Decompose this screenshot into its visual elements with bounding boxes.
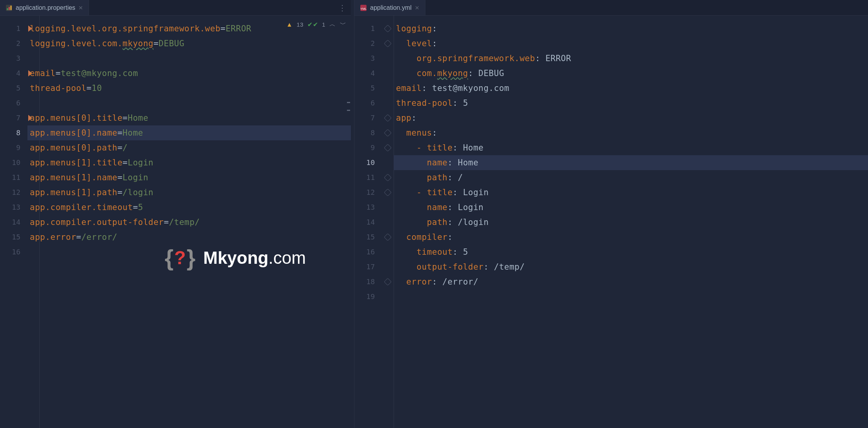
- code-line[interactable]: app.menus[0].name=Home: [27, 125, 351, 140]
- code-line[interactable]: error: /error/: [394, 274, 868, 289]
- line-number[interactable]: 12: [354, 185, 382, 200]
- line-number[interactable]: 14: [0, 215, 27, 230]
- right-code-area[interactable]: logging: level: org.springframework.web:…: [394, 16, 868, 428]
- code-line[interactable]: email: test@mkyong.com: [394, 81, 868, 96]
- code-line[interactable]: timeout: 5: [394, 245, 868, 259]
- fold-icon[interactable]: [384, 189, 392, 196]
- line-number[interactable]: 10: [354, 155, 382, 170]
- line-number[interactable]: 11: [0, 170, 27, 185]
- code-line[interactable]: thread-pool=10: [27, 81, 351, 96]
- line-number[interactable]: 8: [0, 125, 27, 140]
- tab-application-yml[interactable]: YML application.yml ✕: [354, 0, 425, 15]
- code-line[interactable]: path: /: [394, 170, 868, 185]
- code-line[interactable]: path: /login: [394, 215, 868, 230]
- fold-icon[interactable]: [384, 129, 392, 137]
- line-number[interactable]: 9: [354, 140, 382, 155]
- code-line[interactable]: app.compiler.timeout=5: [27, 200, 351, 215]
- fold-icon[interactable]: [384, 144, 392, 152]
- line-number[interactable]: 1: [0, 21, 27, 36]
- line-number[interactable]: 6: [0, 96, 27, 111]
- line-number[interactable]: 2: [0, 36, 27, 51]
- code-line[interactable]: org.springframework.web: ERROR: [394, 51, 868, 66]
- line-number[interactable]: 10: [0, 155, 27, 170]
- line-number[interactable]: 2: [354, 36, 382, 51]
- line-number[interactable]: 5: [354, 81, 382, 96]
- line-number[interactable]: 19: [354, 289, 382, 304]
- code-token: :: [447, 218, 458, 227]
- line-number[interactable]: 4: [0, 66, 27, 81]
- ok-icon[interactable]: ✔✔: [307, 21, 318, 28]
- code-line[interactable]: [394, 289, 868, 304]
- code-line[interactable]: menus:: [394, 125, 868, 140]
- marker-tick[interactable]: [347, 110, 350, 111]
- left-gutter[interactable]: 12345678910111213141516: [0, 16, 27, 428]
- fold-icon[interactable]: [384, 25, 392, 33]
- code-line[interactable]: logging.level.com.mkyong=DEBUG: [27, 36, 351, 51]
- chevron-up-icon[interactable]: ︿: [329, 20, 336, 29]
- code-line[interactable]: [27, 51, 351, 66]
- code-line[interactable]: app.compiler.output-folder=/temp/: [27, 215, 351, 230]
- fold-icon[interactable]: [384, 233, 392, 241]
- line-number[interactable]: 1: [354, 21, 382, 36]
- marker-tick[interactable]: [347, 102, 350, 103]
- code-token: =: [76, 232, 81, 242]
- left-marker-strip[interactable]: [345, 31, 351, 428]
- right-fold-column[interactable]: [382, 16, 394, 428]
- left-editor-body[interactable]: 12345678910111213141516 ▲ 13 ✔✔ 1 ︿ ﹀ lo…: [0, 16, 351, 428]
- right-gutter[interactable]: 12345678910111213141516171819: [354, 16, 382, 428]
- close-icon[interactable]: ✕: [415, 5, 419, 11]
- line-number[interactable]: 15: [0, 230, 27, 245]
- splitter[interactable]: [351, 0, 354, 428]
- code-line[interactable]: email=test@mkyong.com: [27, 66, 351, 81]
- code-line[interactable]: thread-pool: 5: [394, 96, 868, 111]
- more-icon[interactable]: ⋮: [334, 0, 351, 15]
- left-code-area[interactable]: ▲ 13 ✔✔ 1 ︿ ﹀ logging.level.org.springfr…: [27, 16, 351, 428]
- line-number[interactable]: 6: [354, 96, 382, 111]
- line-number[interactable]: 13: [0, 200, 27, 215]
- line-number[interactable]: 16: [354, 245, 382, 259]
- right-editor-body[interactable]: 12345678910111213141516171819 logging: l…: [354, 16, 868, 428]
- code-line[interactable]: app.error=/error/: [27, 230, 351, 245]
- fold-icon[interactable]: [384, 174, 392, 181]
- code-line[interactable]: app.menus[1].name=Login: [27, 170, 351, 185]
- line-number[interactable]: 11: [354, 170, 382, 185]
- line-number[interactable]: 13: [354, 200, 382, 215]
- code-line[interactable]: - title: Home: [394, 140, 868, 155]
- code-line[interactable]: app.menus[1].title=Login: [27, 155, 351, 170]
- fold-icon[interactable]: [384, 40, 392, 47]
- line-number[interactable]: 3: [0, 51, 27, 66]
- line-number[interactable]: 7: [0, 111, 27, 125]
- line-number[interactable]: 3: [354, 51, 382, 66]
- line-number[interactable]: 14: [354, 215, 382, 230]
- line-number[interactable]: 5: [0, 81, 27, 96]
- code-line[interactable]: app.menus[0].title=Home: [27, 111, 351, 125]
- braces-icon: {?}: [165, 245, 195, 271]
- code-line[interactable]: level:: [394, 36, 868, 51]
- tab-application-properties[interactable]: application.properties ✕: [0, 0, 89, 15]
- code-line[interactable]: [27, 96, 351, 111]
- fold-icon[interactable]: [384, 278, 392, 286]
- code-line[interactable]: name: Home: [394, 155, 868, 170]
- code-line[interactable]: output-folder: /temp/: [394, 259, 868, 274]
- warning-icon[interactable]: ▲: [286, 21, 292, 28]
- code-line[interactable]: app:: [394, 111, 868, 125]
- fold-icon[interactable]: [384, 114, 392, 122]
- line-number[interactable]: 8: [354, 125, 382, 140]
- code-line[interactable]: compiler:: [394, 230, 868, 245]
- code-line[interactable]: logging:: [394, 21, 868, 36]
- code-line[interactable]: app.menus[0].path=/: [27, 140, 351, 155]
- code-line[interactable]: name: Login: [394, 200, 868, 215]
- code-line[interactable]: com.mkyong: DEBUG: [394, 66, 868, 81]
- chevron-down-icon[interactable]: ﹀: [340, 20, 347, 29]
- line-number[interactable]: 18: [354, 274, 382, 289]
- line-number[interactable]: 7: [354, 111, 382, 125]
- line-number[interactable]: 9: [0, 140, 27, 155]
- code-line[interactable]: - title: Login: [394, 185, 868, 200]
- close-icon[interactable]: ✕: [78, 5, 83, 11]
- line-number[interactable]: 15: [354, 230, 382, 245]
- line-number[interactable]: 12: [0, 185, 27, 200]
- line-number[interactable]: 4: [354, 66, 382, 81]
- code-line[interactable]: app.menus[1].path=/login: [27, 185, 351, 200]
- line-number[interactable]: 17: [354, 259, 382, 274]
- line-number[interactable]: 16: [0, 245, 27, 259]
